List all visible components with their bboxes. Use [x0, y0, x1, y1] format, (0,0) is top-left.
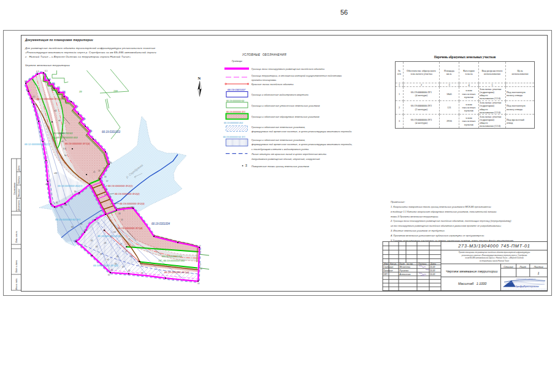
svg-text:68: 68	[128, 270, 131, 272]
svg-text:Согласовано: Согласовано	[13, 183, 16, 195]
svg-text:67: 67	[122, 266, 124, 268]
svg-text:66:19:0000000:353: 66:19:0000000:353	[224, 122, 243, 124]
svg-text:Подп. и дата: Подп. и дата	[15, 260, 18, 273]
svg-text:9н: 9н	[64, 154, 67, 157]
svg-text:66:19:0000000:ЗУ2(3): 66:19:0000000:ЗУ2(3)	[120, 202, 145, 205]
svg-text:50: 50	[25, 80, 27, 83]
svg-text:66:19:0301003: 66:19:0301003	[102, 130, 121, 134]
svg-text:66:19:0000000:ЗУ2(2): 66:19:0000000:ЗУ2(2)	[115, 192, 140, 195]
svg-text:66:19:0000000:ЗУ1: 66:19:0000000:ЗУ1	[226, 111, 245, 113]
svg-text:Медведева: Медведева	[400, 266, 411, 268]
svg-text:50: 50	[197, 282, 200, 285]
svg-text:66:19:0000000:63 ЗУ1: 66:19:0000000:63 ЗУ1	[55, 218, 80, 221]
svg-text:19: 19	[141, 272, 144, 274]
svg-text:УралДорПроектирование: УралДорПроектирование	[516, 285, 539, 288]
svg-text:н6: н6	[58, 119, 61, 122]
svg-text:10.20: 10.20	[430, 270, 435, 272]
svg-text:Листов: Листов	[533, 265, 543, 268]
svg-text:63: 63	[91, 239, 93, 242]
svg-text:66:19:0000000:63 ЗУ1: 66:19:0000000:63 ЗУ1	[223, 136, 245, 138]
svg-text:27: 27	[120, 243, 123, 246]
svg-text:66:12:0000000:243(1): 66:12:0000000:243(1)	[25, 143, 50, 146]
svg-text:4-3: 4-3	[36, 70, 39, 73]
svg-text:Составил: Составил	[383, 266, 393, 268]
svg-text:н6: н6	[61, 140, 64, 143]
svg-text:66:19:0000000:ЗУ2(1): 66:19:0000000:ЗУ2(1)	[108, 184, 133, 187]
svg-text:26: 26	[110, 162, 112, 164]
svg-text:Лист: Лист	[519, 265, 526, 268]
svg-text:н11: н11	[54, 110, 57, 112]
svg-text:27: 27	[103, 167, 105, 170]
svg-text:Кол.уч.: Кол.уч.	[390, 263, 397, 265]
svg-text:Лист: Лист	[399, 263, 405, 265]
svg-text:90: 90	[74, 190, 77, 193]
svg-text:27: 27	[199, 245, 201, 247]
svg-text:93: 93	[71, 226, 74, 228]
svg-text:69: 69	[117, 255, 119, 258]
svg-text:S: S	[245, 164, 247, 167]
svg-text:14: 14	[200, 268, 202, 270]
svg-text:3: 3	[200, 263, 201, 266]
svg-text:Фамилия: Фамилия	[18, 189, 20, 197]
svg-text:21: 21	[125, 251, 128, 253]
svg-text:10.20: 10.20	[430, 266, 435, 268]
svg-text:5,1Н,5: 5,1Н,5	[59, 132, 64, 135]
svg-text:50: 50	[140, 263, 142, 266]
svg-text:66:19:0000000:ЗУ1(3): 66:19:0000000:ЗУ1(3)	[65, 142, 90, 145]
svg-text:Проверил: Проверил	[383, 270, 393, 272]
svg-text:регионального значения «Реконс: регионального значения «Реконструкция мо…	[461, 254, 527, 257]
svg-text:ГИП: ГИП	[383, 273, 388, 276]
svg-text:н94: н94	[45, 183, 48, 186]
svg-text:57: 57	[106, 180, 109, 183]
svg-text:59: 59	[104, 176, 107, 178]
svg-text:4-3: 4-3	[63, 148, 66, 150]
svg-text:64: 64	[85, 229, 88, 232]
svg-text:№ док.: № док.	[407, 263, 413, 265]
svg-text:Антоненко: Антоненко	[399, 273, 411, 276]
svg-text:66:19:0000000:63: 66:19:0000000:63	[226, 100, 244, 102]
svg-text:1: 1	[537, 271, 539, 275]
svg-text:66:19:0000000:ЗУ1(4): 66:19:0000000:ЗУ1(4)	[118, 227, 143, 230]
svg-text:81: 81	[56, 202, 58, 204]
svg-text:9: 9	[200, 251, 201, 253]
svg-text:4-5: 4-5	[33, 96, 36, 98]
svg-text:Масштаб 1:1000: Масштаб 1:1000	[458, 282, 486, 285]
svg-text:56: 56	[105, 189, 108, 191]
svg-text:н9: н9	[104, 242, 107, 244]
svg-text:66:19:0000000:ЗУ3(2): 66:19:0000000:ЗУ3(2)	[98, 235, 123, 238]
svg-text:21: 21	[93, 171, 96, 173]
svg-text:N: N	[198, 76, 201, 80]
svg-text:61: 61	[108, 274, 110, 276]
svg-text:10: 10	[121, 219, 123, 221]
svg-text:н15: н15	[113, 231, 116, 233]
svg-text:Чертеж межевания территории: Чертеж межевания территории	[446, 270, 498, 273]
svg-text:199: 199	[113, 89, 118, 92]
svg-text:66:19:0000000:ЗУ1(1): 66:19:0000000:ЗУ1(1)	[37, 97, 62, 100]
svg-text:70: 70	[131, 255, 133, 258]
svg-text:65: 65	[111, 269, 113, 271]
svg-text:24: 24	[98, 170, 101, 172]
svg-text:17: 17	[109, 197, 112, 199]
svg-text:Русакова: Русакова	[400, 270, 409, 272]
svg-text:н3: н3	[107, 258, 109, 261]
svg-text:на км 69+995 автомобильной дор: на км 69+995 автомобильной дороги г. Ниж…	[465, 257, 524, 259]
svg-text:19: 19	[114, 206, 117, 209]
svg-text:66:19:0000000:63: 66:19:0000000:63	[162, 255, 182, 258]
svg-text:18*- 66:19:0000000:353: 18*- 66:19:0000000:353	[158, 259, 185, 262]
svg-text:н93: н93	[54, 172, 57, 175]
svg-text:273-МЗ/1904000 745-ПМТ-01: 273-МЗ/1904000 745-ПМТ-01	[457, 243, 530, 249]
svg-text:Взам. инв.№: Взам. инв.№	[15, 231, 18, 243]
svg-text:Проектный Комплекс: Проектный Комплекс	[516, 278, 536, 280]
svg-text:на территории города Нижний Та: на территории города Нижний Тагил	[480, 260, 510, 262]
svg-text:Инв.№ подл.: Инв.№ подл.	[15, 278, 18, 290]
svg-text:91: 91	[80, 223, 83, 225]
svg-text:66:19:0000000:ЗУ1(2): 66:19:0000000:ЗУ1(2)	[164, 271, 189, 274]
svg-text:Проект планировки для размещен: Проект планировки для размещения линейно…	[459, 251, 530, 254]
svg-text:18: 18	[118, 213, 121, 215]
svg-text:6-5: 6-5	[45, 70, 48, 72]
svg-text:Подпись: Подпись	[18, 176, 20, 184]
svg-text:Подпись: Подпись	[418, 263, 427, 265]
svg-text:66:19:0301007: 66:19:0301007	[228, 88, 246, 91]
svg-text:64: 64	[100, 253, 102, 255]
svg-text:87: 87	[61, 206, 63, 209]
